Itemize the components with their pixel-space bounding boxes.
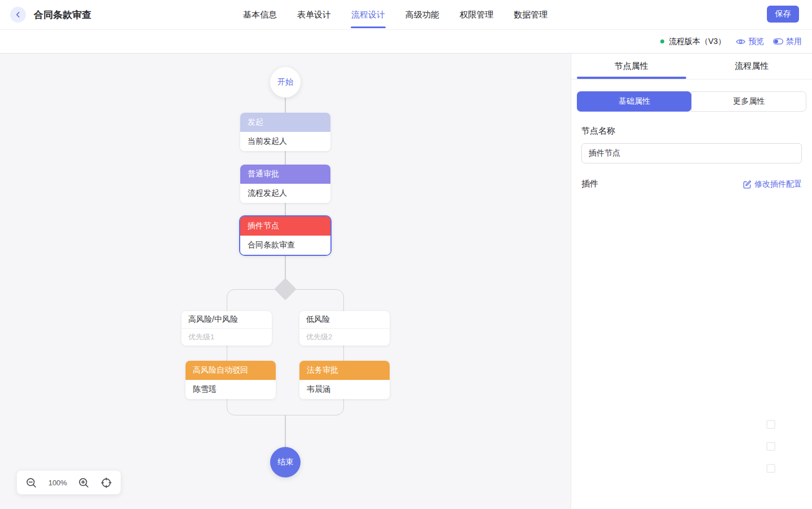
disable-toggle[interactable]: 禁用	[773, 37, 802, 47]
panel-tabs: 节点属性 流程属性	[571, 54, 812, 79]
nav-tab-process-design[interactable]: 流程设计	[351, 0, 386, 30]
node-name-label: 节点名称	[581, 126, 802, 136]
node-approval[interactable]: 普通审批 流程发起人	[240, 165, 330, 203]
nav-tab-advanced[interactable]: 高级功能	[405, 0, 440, 30]
node-name-input[interactable]	[581, 143, 802, 163]
end-node[interactable]: 结束	[270, 447, 301, 477]
start-node[interactable]: 开始	[270, 67, 301, 98]
condition-low-risk-title: 低风险	[299, 311, 390, 329]
preview-label: 预览	[748, 37, 764, 47]
app: 合同条款审查 基本信息 表单设计 流程设计 高级功能 权限管理 数据管理 保存 …	[0, 0, 812, 509]
node-legal-approval-title: 法务审批	[299, 361, 390, 380]
page-title: 合同条款审查	[34, 8, 91, 21]
subtab-basic-properties[interactable]: 基础属性	[577, 91, 691, 112]
node-approval-title: 普通审批	[240, 165, 330, 184]
nav-tab-data[interactable]: 数据管理	[513, 0, 548, 30]
placeholder-square	[766, 420, 775, 429]
back-button[interactable]	[10, 7, 26, 23]
edit-plugin-config-label: 修改插件配置	[754, 179, 802, 189]
node-auto-reject[interactable]: 高风险自动驳回 陈雪瑶	[186, 361, 276, 399]
node-initiate[interactable]: 发起 当前发起人	[240, 113, 330, 151]
flow-canvas[interactable]: 开始 发起 当前发起人 普通审批 流程发起人 插件节点 合同条款审查 高风险/中…	[0, 54, 571, 509]
node-properties-form: 节点名称 插件 修改插件配置	[571, 126, 812, 189]
chevron-left-icon	[15, 11, 21, 19]
tab-process-properties[interactable]: 流程属性	[692, 54, 812, 79]
toggle-icon	[773, 38, 783, 45]
main-nav: 基本信息 表单设计 流程设计 高级功能 权限管理 数据管理	[242, 0, 548, 30]
condition-low-risk-priority: 优先级2	[299, 329, 390, 346]
node-legal-approval-body: 韦晨涵	[299, 380, 390, 399]
zoom-in-icon[interactable]	[78, 477, 89, 488]
eye-icon	[736, 38, 745, 45]
disable-label: 禁用	[786, 37, 802, 47]
nav-tab-basic-info[interactable]: 基本信息	[242, 0, 277, 30]
node-initiate-title: 发起	[240, 113, 330, 132]
status-dot	[660, 39, 664, 43]
zoom-toolbar: 100%	[17, 471, 121, 494]
subtab-more-properties[interactable]: 更多属性	[691, 91, 806, 112]
version-label: 流程版本（V3）	[669, 37, 726, 47]
node-legal-approval[interactable]: 法务审批 韦晨涵	[299, 361, 390, 399]
main-area: 开始 发起 当前发起人 普通审批 流程发起人 插件节点 合同条款审查 高风险/中…	[0, 54, 812, 509]
panel-subtabs: 基础属性 更多属性	[577, 91, 806, 112]
node-initiate-body: 当前发起人	[240, 132, 330, 151]
tab-node-properties[interactable]: 节点属性	[571, 54, 692, 79]
node-approval-body: 流程发起人	[240, 184, 330, 203]
condition-high-risk-priority: 优先级1	[182, 329, 272, 346]
nav-tab-form-design[interactable]: 表单设计	[297, 0, 332, 30]
node-auto-reject-body: 陈雪瑶	[186, 380, 276, 399]
zoom-out-icon[interactable]	[26, 477, 37, 488]
locate-icon[interactable]	[101, 477, 112, 488]
plugin-label: 插件	[581, 179, 598, 189]
condition-low-risk[interactable]: 低风险 优先级2	[299, 311, 390, 346]
save-button[interactable]: 保存	[767, 6, 799, 23]
preview-link[interactable]: 预览	[736, 37, 764, 47]
node-plugin-title: 插件节点	[240, 216, 330, 236]
nav-tab-permissions[interactable]: 权限管理	[459, 0, 494, 30]
edit-icon	[743, 180, 752, 189]
edit-plugin-config-link[interactable]: 修改插件配置	[743, 179, 802, 189]
properties-panel: 节点属性 流程属性 基础属性 更多属性 节点名称 插件 修改插件配置	[571, 54, 812, 509]
connector-line-bottom	[285, 415, 286, 448]
node-plugin-selected[interactable]: 插件节点 合同条款审查	[239, 215, 332, 256]
version-bar: 流程版本（V3） 预览 禁用	[0, 30, 812, 54]
zoom-level: 100%	[48, 479, 67, 487]
plugin-row: 插件 修改插件配置	[581, 179, 802, 189]
placeholder-square	[766, 442, 775, 451]
node-auto-reject-title: 高风险自动驳回	[186, 361, 276, 380]
placeholder-square	[766, 464, 775, 473]
node-plugin-body: 合同条款审查	[240, 236, 330, 255]
top-header: 合同条款审查 基本信息 表单设计 流程设计 高级功能 权限管理 数据管理 保存	[0, 0, 812, 30]
condition-high-risk[interactable]: 高风险/中风险 优先级1	[182, 311, 272, 346]
condition-high-risk-title: 高风险/中风险	[182, 311, 272, 329]
